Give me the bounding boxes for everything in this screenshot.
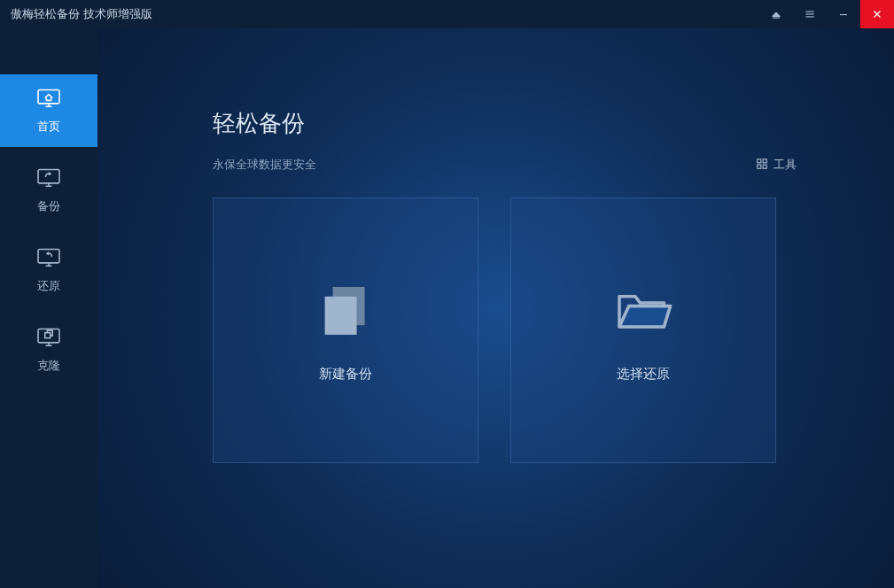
svg-rect-22 bbox=[763, 165, 766, 168]
cards-row: 新建备份 选择还原 bbox=[213, 197, 797, 463]
svg-rect-18 bbox=[45, 333, 51, 338]
titlebar-buttons bbox=[759, 0, 894, 28]
sidebar-item-restore[interactable]: 还原 bbox=[0, 234, 97, 306]
svg-rect-6 bbox=[38, 89, 59, 103]
app-title: 傲梅轻松备份 技术师增强版 bbox=[11, 6, 759, 22]
sidebar-item-label: 还原 bbox=[37, 278, 60, 294]
menu-icon[interactable] bbox=[793, 0, 827, 28]
page-title: 轻松备份 bbox=[213, 108, 797, 139]
card-label: 新建备份 bbox=[319, 366, 372, 383]
sidebar-item-label: 首页 bbox=[37, 119, 60, 135]
titlebar: 傲梅轻松备份 技术师增强版 bbox=[0, 0, 894, 28]
tools-button[interactable]: 工具 bbox=[756, 157, 797, 173]
card-label: 选择还原 bbox=[617, 366, 670, 383]
monitor-clone-icon bbox=[36, 326, 61, 351]
card-new-backup[interactable]: 新建备份 bbox=[213, 197, 478, 463]
stacked-files-icon bbox=[314, 279, 377, 343]
grid-icon bbox=[756, 158, 768, 173]
card-select-restore[interactable]: 选择还原 bbox=[510, 197, 776, 463]
svg-rect-24 bbox=[325, 296, 357, 334]
folder-open-icon bbox=[611, 279, 675, 343]
sidebar-item-label: 备份 bbox=[37, 198, 60, 214]
svg-rect-9 bbox=[38, 169, 59, 182]
sidebar: 首页 备份 bbox=[0, 28, 97, 588]
close-icon[interactable] bbox=[860, 0, 894, 28]
sidebar-item-backup[interactable]: 备份 bbox=[0, 154, 97, 227]
monitor-home-icon bbox=[36, 87, 61, 112]
tools-label: 工具 bbox=[774, 157, 797, 173]
sidebar-item-home[interactable]: 首页 bbox=[0, 74, 97, 147]
page-subtitle: 永保全球数据更安全 bbox=[213, 157, 316, 173]
svg-rect-19 bbox=[758, 159, 761, 162]
svg-rect-12 bbox=[38, 249, 59, 262]
monitor-backup-icon bbox=[36, 166, 61, 191]
sidebar-item-clone[interactable]: 克隆 bbox=[0, 313, 97, 386]
sidebar-item-label: 克隆 bbox=[37, 358, 60, 374]
main-content: 轻松备份 永保全球数据更安全 工具 bbox=[97, 28, 894, 588]
svg-rect-21 bbox=[758, 165, 761, 168]
minimize-icon[interactable] bbox=[827, 0, 860, 28]
svg-rect-20 bbox=[763, 159, 766, 162]
monitor-restore-icon bbox=[36, 246, 61, 271]
upgrade-icon[interactable] bbox=[759, 0, 793, 28]
